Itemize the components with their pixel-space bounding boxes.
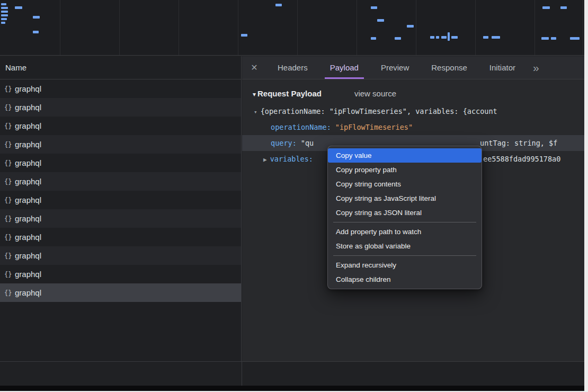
- json-file-icon: {}: [4, 85, 15, 93]
- menu-item-copy-property-path[interactable]: Copy property path: [328, 163, 482, 177]
- timeline-bar: [275, 4, 282, 6]
- request-name: graphql: [15, 158, 41, 167]
- timeline-bar: [33, 16, 40, 19]
- json-file-icon: {}: [4, 289, 15, 297]
- timeline-bar: [1, 7, 8, 9]
- menu-separator: [333, 222, 476, 222]
- property-key: variables:: [270, 155, 313, 163]
- menu-item-add-property-path-to-watch[interactable]: Add property path to watch: [328, 225, 482, 239]
- timeline-bar: [483, 36, 488, 39]
- section-collapse-icon[interactable]: ▾: [253, 91, 256, 98]
- request-row[interactable]: {}graphql: [0, 117, 241, 135]
- close-icon[interactable]: ✕: [242, 56, 266, 79]
- property-key: query:: [271, 139, 297, 147]
- tab-payload[interactable]: Payload: [325, 56, 364, 79]
- request-row[interactable]: {}graphql: [0, 209, 241, 228]
- timeline-bar: [441, 36, 447, 39]
- grid-line: [583, 0, 583, 55]
- grid-line: [119, 0, 120, 55]
- request-row[interactable]: {}graphql: [0, 135, 241, 154]
- menu-item-collapse-children[interactable]: Collapse children: [328, 272, 482, 287]
- grid-line: [475, 0, 476, 55]
- window-bottom-edge: [0, 386, 584, 391]
- json-file-icon: {}: [4, 141, 15, 148]
- timeline-bar: [560, 6, 567, 9]
- request-row[interactable]: {}graphql: [0, 172, 241, 191]
- request-row[interactable]: {}graphql: [0, 283, 241, 302]
- timeline-bar: [1, 14, 8, 16]
- json-file-icon: {}: [4, 252, 15, 260]
- request-name: graphql: [15, 177, 41, 186]
- request-name: graphql: [15, 214, 41, 223]
- view-source-link[interactable]: view source: [354, 89, 396, 98]
- timeline-bar: [15, 6, 22, 9]
- network-overview-timeline[interactable]: [0, 0, 584, 56]
- tab-response[interactable]: Response: [426, 56, 473, 79]
- timeline-bar: [371, 37, 376, 40]
- property-value: "ipFlowTimeseries": [335, 123, 413, 131]
- json-file-icon: {}: [4, 197, 15, 204]
- menu-item-copy-value[interactable]: Copy value: [328, 148, 482, 163]
- grid-line: [238, 0, 238, 55]
- property-key: operationName:: [271, 123, 331, 131]
- json-file-icon: {}: [4, 234, 15, 241]
- request-payload-header: ▾ Request Payload view source: [253, 89, 584, 98]
- name-column-header[interactable]: Name: [0, 56, 241, 79]
- menu-item-expand-recursively[interactable]: Expand recursively: [328, 258, 482, 272]
- menu-item-copy-string-as-json-literal[interactable]: Copy string as JSON literal: [328, 206, 482, 220]
- tab-strip: HeadersPayloadPreviewResponseInitiator: [266, 56, 527, 79]
- request-name: graphql: [15, 103, 41, 112]
- request-row[interactable]: {}graphql: [0, 228, 241, 246]
- more-tabs-icon[interactable]: »: [529, 56, 544, 79]
- json-file-icon: {}: [4, 178, 15, 185]
- expand-triangle-icon[interactable]: ▶: [263, 156, 267, 163]
- collapse-triangle-icon[interactable]: ▾: [254, 109, 257, 115]
- timeline-bar: [1, 22, 5, 24]
- grid-line: [179, 0, 179, 55]
- timeline-bar: [492, 36, 500, 39]
- request-row[interactable]: {}graphql: [0, 98, 241, 117]
- json-file-icon: {}: [4, 271, 15, 278]
- timeline-bar: [33, 31, 39, 33]
- request-name: graphql: [15, 270, 41, 279]
- menu-separator: [333, 255, 476, 256]
- request-list: {}graphql{}graphql{}graphql{}graphql{}gr…: [0, 79, 241, 302]
- grid-line: [297, 0, 298, 55]
- timeline-bar: [407, 25, 414, 28]
- timeline-bar: [448, 32, 450, 41]
- json-file-icon: {}: [4, 104, 15, 111]
- json-file-icon: {}: [4, 215, 15, 222]
- timeline-bar: [436, 36, 439, 39]
- menu-item-copy-string-contents[interactable]: Copy string contents: [328, 177, 482, 191]
- request-row[interactable]: {}graphql: [0, 265, 241, 283]
- section-title: Request Payload: [257, 89, 322, 98]
- menu-item-store-as-global-variable[interactable]: Store as global variable: [328, 239, 482, 253]
- timeline-bar: [541, 37, 549, 40]
- timeline-bar: [451, 36, 458, 39]
- payload-row-operationname[interactable]: operationName:"ipFlowTimeseries": [242, 119, 584, 135]
- context-menu: Copy valueCopy property pathCopy string …: [327, 146, 482, 289]
- request-name: graphql: [15, 140, 41, 149]
- request-row[interactable]: {}graphql: [0, 79, 241, 98]
- requests-panel: Name {}graphql{}graphql{}graphql{}graphq…: [0, 56, 242, 361]
- tab-headers[interactable]: Headers: [272, 56, 313, 79]
- tab-initiator[interactable]: Initiator: [484, 56, 521, 79]
- status-bar: [0, 361, 584, 386]
- request-name: graphql: [15, 251, 41, 260]
- property-value-end: untTag: string, $f: [480, 135, 557, 151]
- timeline-bar: [1, 18, 7, 20]
- timeline-bar: [542, 6, 550, 9]
- request-row[interactable]: {}graphql: [0, 246, 241, 265]
- request-row[interactable]: {}graphql: [0, 191, 241, 209]
- timeline-bar: [570, 37, 580, 40]
- json-file-icon: {}: [4, 122, 15, 130]
- root-preview-text: {operationName: "ipFlowTimeseries", vari…: [261, 107, 497, 115]
- timeline-bar: [241, 34, 247, 37]
- request-row[interactable]: {}graphql: [0, 154, 241, 172]
- tab-preview[interactable]: Preview: [376, 56, 414, 79]
- timeline-bar: [1, 11, 8, 13]
- menu-item-copy-string-as-javascript-literal[interactable]: Copy string as JavaScript literal: [328, 191, 482, 206]
- request-name: graphql: [15, 121, 41, 130]
- payload-root-row[interactable]: ▾{operationName: "ipFlowTimeseries", var…: [242, 103, 584, 119]
- grid-line: [357, 0, 357, 55]
